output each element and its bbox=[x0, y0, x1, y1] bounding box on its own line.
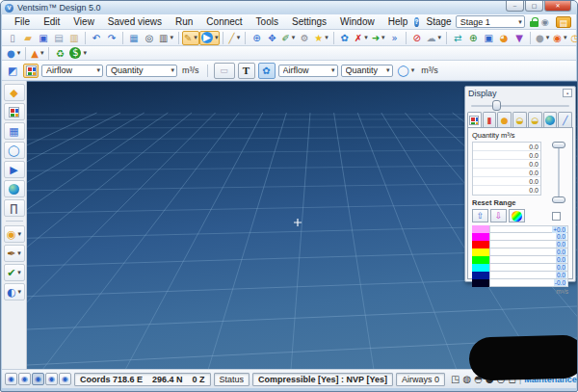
range-slider-bottom-thumb[interactable] bbox=[552, 196, 565, 203]
quantity-value[interactable]: 0.0 bbox=[529, 170, 539, 176]
tab-sphere[interactable]: ● bbox=[497, 112, 512, 127]
sphere-toggle-button[interactable]: ◐▾ bbox=[4, 283, 25, 301]
filter-funnel-button[interactable]: ▼ bbox=[512, 31, 527, 45]
menu-file[interactable]: File bbox=[8, 15, 37, 28]
color-display-button[interactable] bbox=[23, 64, 39, 78]
run-simulation-button[interactable]: ▶▾ bbox=[199, 31, 221, 45]
range-ascending-button[interactable]: ⇧ bbox=[472, 209, 488, 222]
window-split-button[interactable]: ◩ bbox=[5, 64, 20, 78]
paste-button[interactable]: ▥ bbox=[66, 31, 82, 45]
smoke-button[interactable]: ☁▾ bbox=[425, 31, 444, 45]
edit-check-button[interactable]: ✔▾ bbox=[4, 264, 25, 281]
legend-value-field[interactable]: 0.0 bbox=[489, 256, 568, 264]
menu-saved-views[interactable]: Saved views bbox=[101, 15, 169, 28]
tile-windows-button[interactable]: ▦ bbox=[126, 31, 142, 45]
menu-edit[interactable]: Edit bbox=[37, 15, 66, 28]
edit-notes-button[interactable]: ▣ bbox=[481, 31, 496, 45]
quantity-type-combobox[interactable]: Quantity ▾ bbox=[106, 65, 177, 77]
sphere-blue-button[interactable]: ●▾ bbox=[5, 46, 22, 61]
delete-button[interactable]: ✗▾ bbox=[353, 31, 370, 45]
ellipse-tool-button[interactable]: ◯ bbox=[4, 142, 25, 159]
help-icon[interactable]: ? bbox=[414, 17, 418, 27]
menu-help[interactable]: Help bbox=[381, 15, 415, 28]
quantity-value[interactable]: 0.0 bbox=[529, 161, 539, 168]
fast-forward-button[interactable]: » bbox=[387, 31, 403, 45]
view-button-4[interactable]: ◉ bbox=[45, 373, 58, 385]
quantity-value[interactable]: 0.0 bbox=[529, 152, 539, 159]
quantity-value[interactable]: 0.0 bbox=[529, 187, 539, 194]
draw-pencil-button[interactable]: ✐▾ bbox=[279, 31, 297, 45]
heat-simulation-button[interactable]: ◉▾ bbox=[551, 31, 568, 45]
cost-coin-button[interactable]: ◉▾ bbox=[4, 225, 25, 243]
undo-button[interactable]: ↶ bbox=[89, 31, 104, 45]
quantity-type2-combobox[interactable]: Quantity ▾ bbox=[341, 65, 393, 77]
transparency-slider[interactable] bbox=[471, 99, 569, 112]
new-file-button[interactable]: ▯ bbox=[5, 31, 20, 45]
legend-swatch[interactable] bbox=[472, 279, 489, 287]
tools-wrench-button[interactable]: ⚙ bbox=[297, 31, 312, 45]
tab-thermometer[interactable]: ▮ bbox=[483, 112, 497, 127]
legend-swatch[interactable] bbox=[472, 256, 489, 264]
maximize-button[interactable]: ▢ bbox=[525, 1, 543, 12]
quantity-value[interactable]: 0.0 bbox=[529, 178, 539, 185]
quick-menu-icon[interactable]: ▤ bbox=[556, 16, 572, 28]
snapshot-camera-icon[interactable]: ◉ bbox=[539, 16, 552, 28]
legend-value-field[interactable]: 0.0 bbox=[489, 248, 568, 256]
tab-globe[interactable] bbox=[543, 112, 558, 127]
play-animation-button[interactable]: ▶ bbox=[4, 161, 25, 178]
save-file-button[interactable]: ▣ bbox=[36, 31, 51, 45]
view-button-1[interactable]: ◉ bbox=[5, 373, 17, 385]
financial-cost-button[interactable]: $▾ bbox=[67, 46, 89, 61]
data-table-button[interactable]: ▦ bbox=[4, 122, 25, 140]
icon-palette-button[interactable] bbox=[4, 103, 25, 120]
color-wheel-button[interactable] bbox=[509, 209, 525, 222]
quantity-value[interactable]: 0.0 bbox=[529, 144, 539, 150]
pan-view-button[interactable]: ✥ bbox=[264, 31, 279, 45]
lock-icon[interactable] bbox=[530, 17, 539, 27]
window-view-icon[interactable]: ◳ bbox=[451, 374, 460, 385]
recycle-air-button[interactable]: ♻ bbox=[52, 46, 67, 61]
text-labels-button[interactable]: T bbox=[238, 63, 255, 79]
slider-thumb[interactable] bbox=[492, 100, 501, 111]
legend-value-field[interactable]: 0.0 bbox=[489, 272, 568, 279]
pie-chart-button[interactable]: ◕ bbox=[496, 31, 512, 45]
minimize-button[interactable]: – bbox=[506, 1, 524, 12]
zoom-data-button[interactable]: ⊕ bbox=[465, 31, 481, 45]
airflow-type2-combobox[interactable]: Airflow ▾ bbox=[278, 65, 338, 77]
menu-connect[interactable]: Connect bbox=[199, 15, 249, 28]
tab-layers-2[interactable]: ◒ bbox=[528, 112, 542, 127]
tab-layers-1[interactable]: ◒ bbox=[512, 112, 527, 127]
airflow-type-combobox[interactable]: Airflow ▾ bbox=[41, 65, 103, 77]
view-button-5[interactable]: ◉ bbox=[59, 373, 71, 385]
orbit-view-icon[interactable]: ◍ bbox=[462, 374, 471, 385]
open-folder-button[interactable]: ▰ bbox=[20, 31, 36, 45]
film-animation-button[interactable]: ▥▾ bbox=[157, 31, 175, 45]
favorites-star-button[interactable]: ★▾ bbox=[312, 31, 329, 45]
menu-settings[interactable]: Settings bbox=[285, 15, 333, 28]
legend-swatch[interactable] bbox=[472, 241, 489, 248]
fan-tool-button[interactable]: ✿ bbox=[337, 31, 353, 45]
menu-tools[interactable]: Tools bbox=[250, 15, 285, 28]
redo-button[interactable]: ↷ bbox=[104, 31, 119, 45]
tab-colors[interactable] bbox=[467, 112, 482, 128]
legend-swatch[interactable] bbox=[472, 233, 489, 241]
measure-ruler-button[interactable]: ╱▾ bbox=[226, 31, 242, 45]
block-airway-button[interactable]: ⊘ bbox=[409, 31, 425, 45]
zoom-window-button[interactable]: ⊕ bbox=[249, 31, 264, 45]
schedule-clock-button[interactable]: ◷▾ bbox=[569, 31, 578, 45]
menu-view[interactable]: View bbox=[66, 15, 101, 28]
profile-polyline-button[interactable]: ∏ bbox=[4, 199, 25, 217]
range-checkbox[interactable] bbox=[552, 212, 561, 221]
stage-combobox[interactable]: Stage 1 ▾ bbox=[456, 15, 525, 28]
find-button[interactable]: ◎ bbox=[142, 31, 157, 45]
legend-swatch[interactable] bbox=[472, 264, 489, 272]
legend-value-field[interactable]: -0.0 bbox=[489, 279, 568, 287]
flame-heat-button[interactable]: ▲▾ bbox=[29, 46, 45, 61]
legend-swatch[interactable] bbox=[472, 272, 489, 279]
primitives-cube-button[interactable]: ◆ bbox=[4, 84, 25, 101]
legend-value-field[interactable]: +0.0 bbox=[489, 225, 568, 233]
fan-display-button[interactable]: ✿ bbox=[258, 63, 276, 79]
legend-swatch[interactable] bbox=[472, 248, 489, 256]
range-slider[interactable] bbox=[552, 142, 565, 203]
tab-reference[interactable]: ╱ bbox=[558, 112, 572, 127]
